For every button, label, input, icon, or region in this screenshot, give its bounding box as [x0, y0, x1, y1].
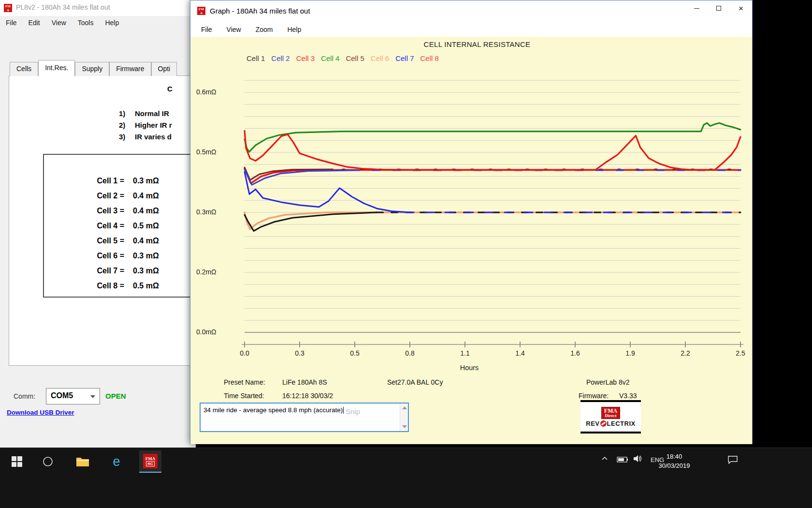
cell-ir-label: Cell 5 =: [85, 237, 124, 245]
cell-ir-value: 0.3 mΩ: [133, 267, 159, 275]
windows-logo-icon: [12, 456, 22, 467]
x-tick-label: 0.5: [343, 349, 367, 357]
preset-name-value: LiFe 180Ah 8S: [282, 378, 327, 386]
scroll-up-icon[interactable]: [402, 406, 407, 409]
close-button[interactable]: ×: [730, 0, 752, 16]
x-tick-label: 1.9: [618, 349, 642, 357]
pl8-menu-file[interactable]: File: [6, 19, 17, 27]
clock-time: 18:40: [648, 452, 701, 461]
file-explorer-button[interactable]: [72, 450, 94, 473]
pl8-menu-help[interactable]: Help: [105, 19, 119, 27]
fma-rc-icon: FMARC: [143, 454, 158, 468]
legend-cell-3: Cell 3: [296, 54, 315, 62]
note-text: IR varies d: [135, 133, 172, 141]
pl8-menu-view[interactable]: View: [52, 19, 66, 27]
graph-note-text: 34 mile ride - average speed 8.8 mph (ac…: [203, 406, 344, 414]
cell-ir-value: 0.4 mΩ: [133, 207, 159, 215]
pl8v2-window: FMA PL8v2 - 180Ah 34 miles flat out File…: [0, 0, 196, 448]
x-tick-label: 1.4: [508, 349, 532, 357]
snip-ghost-text: Snip: [346, 407, 360, 416]
chevron-down-icon: [90, 395, 95, 398]
comm-label: Comm:: [14, 392, 35, 400]
internet-explorer-button[interactable]: e: [105, 450, 128, 473]
graph-menu-zoom[interactable]: Zoom: [256, 26, 273, 33]
pl8v2-titlebar[interactable]: FMA PL8v2 - 180Ah 34 miles flat out: [0, 0, 196, 16]
int-res-panel: C 1)Normal IR2)Higher IR r3)IR varies d …: [9, 75, 212, 366]
cell-ir-value: 0.4 mΩ: [133, 237, 159, 245]
cell-ir-row: Cell 3 =0.4 mΩ: [85, 207, 159, 215]
cortana-search-button[interactable]: [37, 450, 59, 473]
y-tick-label: 0.5mΩ: [196, 148, 225, 156]
chart-title: CELL INTERNAL RESISTANCE: [380, 40, 574, 48]
trace-cell-4: [245, 123, 740, 152]
tab-supply[interactable]: Supply: [75, 62, 109, 76]
tab-firmware[interactable]: Firmware: [109, 62, 151, 76]
note-text: Higher IR r: [135, 121, 172, 129]
note-scrollbar[interactable]: [400, 403, 408, 431]
graph-menu-view[interactable]: View: [227, 26, 241, 33]
x-tick-label: 1.6: [563, 349, 587, 357]
cell-ir-row: Cell 5 =0.4 mΩ: [85, 237, 159, 245]
cell-ir-label: Cell 6 =: [85, 252, 124, 260]
y-tick-label: 0.6mΩ: [196, 88, 225, 96]
volume-indicator[interactable]: [633, 455, 643, 464]
x-tick-label: 0.8: [398, 349, 422, 357]
graph-menu-help[interactable]: Help: [287, 26, 301, 33]
start-button[interactable]: [6, 450, 28, 473]
y-tick-label: 0.2mΩ: [196, 268, 225, 276]
fma-app-icon: FMA: [197, 7, 205, 15]
cell-ir-row: Cell 7 =0.3 mΩ: [85, 267, 159, 275]
cell-ir-label: Cell 2 =: [85, 192, 124, 200]
text-cursor: [343, 407, 344, 414]
tab-cells[interactable]: Cells: [10, 62, 38, 76]
maximize-button[interactable]: [708, 0, 730, 16]
port-open-status: OPEN: [105, 392, 126, 400]
minimize-button[interactable]: [685, 0, 708, 16]
trace-cell-6: [245, 212, 740, 229]
folder-icon: [76, 456, 89, 467]
x-tick-label: 2.5: [728, 349, 753, 357]
revolectrix-wordmark: REVLECTRIX: [586, 420, 635, 427]
fma-app-icon: FMA: [4, 4, 12, 12]
taskbar: e FMARC ENG 18:40 30/03/2019: [0, 448, 812, 508]
cell-ir-label: Cell 3 =: [85, 207, 124, 215]
tab-opti[interactable]: Opti: [151, 62, 177, 76]
taskbar-clock[interactable]: 18:40 30/03/2019: [648, 452, 701, 470]
internet-explorer-icon: e: [113, 455, 120, 468]
legend-cell-7: Cell 7: [395, 54, 414, 62]
download-usb-driver-link[interactable]: Download USB Driver: [7, 409, 74, 416]
device-name: PowerLab 8v2: [586, 378, 630, 386]
graph-titlebar[interactable]: FMA Graph - 180Ah 34 miles flat out ×: [190, 0, 752, 22]
pl8v2-tab-strip: CellsInt.Res.SupplyFirmwareOpti: [10, 60, 177, 76]
legend-cell-2: Cell 2: [271, 54, 290, 62]
trace-cell-2: [245, 169, 355, 185]
legend-cell-1: Cell 1: [246, 54, 265, 62]
time-started-value: 16:12:18 30/03/2: [282, 392, 333, 400]
tray-show-hidden-icons[interactable]: [601, 455, 609, 463]
x-tick-label: 0.0: [232, 349, 257, 357]
trace-cell-7: [245, 172, 410, 212]
tab-int-res[interactable]: Int.Res.: [38, 60, 75, 76]
graph-window: FMA Graph - 180Ah 34 miles flat out × Fi…: [190, 0, 753, 444]
graph-menu-file[interactable]: File: [201, 26, 212, 33]
fma-revolectrix-logo: FMA Direct REVLECTRIX: [580, 400, 641, 433]
note-number: 1): [119, 109, 125, 118]
trace-cell-8: [245, 131, 740, 170]
pl8-menu-edit[interactable]: Edit: [29, 19, 40, 27]
pl8-menu-tools[interactable]: Tools: [78, 19, 94, 27]
chevron-up-icon: [601, 456, 609, 462]
battery-indicator[interactable]: [617, 456, 628, 464]
cell-ir-label: Cell 4 =: [85, 222, 124, 230]
clock-date: 30/03/2019: [648, 461, 701, 470]
y-tick-label: 0.0mΩ: [196, 328, 225, 336]
action-center-button[interactable]: [727, 455, 738, 466]
cell-ir-row: Cell 2 =0.4 mΩ: [85, 192, 159, 200]
scroll-down-icon[interactable]: [402, 425, 407, 428]
comm-port-select[interactable]: COM5: [46, 388, 100, 404]
cell-ir-label: Cell 8 =: [85, 282, 124, 290]
graph-note-input[interactable]: Snip 34 mile ride - average speed 8.8 mp…: [200, 403, 409, 432]
note-number: 2): [119, 121, 125, 129]
maximize-icon: [716, 6, 721, 11]
fma-powerlab-app-button[interactable]: FMARC: [139, 450, 161, 473]
firmware-value: V3.33: [619, 392, 637, 400]
